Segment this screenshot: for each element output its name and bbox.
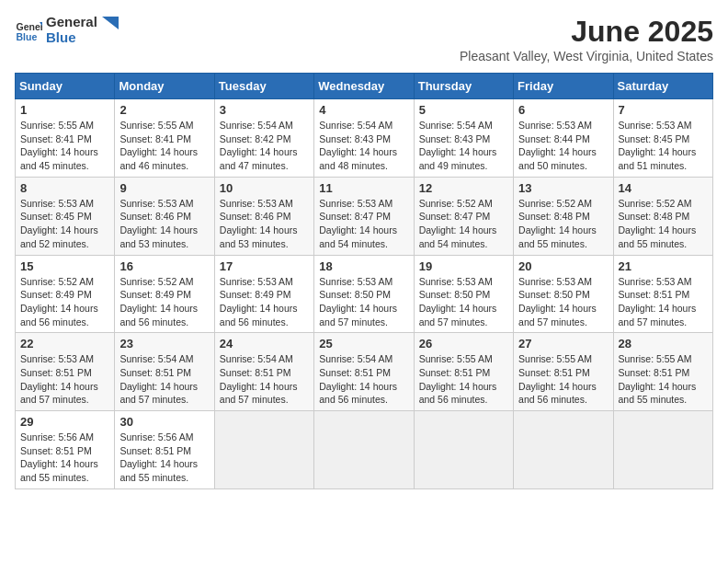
calendar-day-cell: 4Sunrise: 5:54 AMSunset: 8:43 PMDaylight…	[314, 99, 414, 178]
calendar-day-cell: 2Sunrise: 5:55 AMSunset: 8:41 PMDaylight…	[115, 99, 214, 178]
day-info: Sunrise: 5:54 AMSunset: 8:51 PMDaylight:…	[119, 352, 209, 407]
daylight-text-cont: and 56 minutes.	[419, 393, 508, 407]
sunrise-text: Sunrise: 5:55 AM	[419, 352, 508, 366]
day-info: Sunrise: 5:52 AMSunset: 8:48 PMDaylight:…	[518, 197, 608, 251]
calendar-header-row: SundayMondayTuesdayWednesdayThursdayFrid…	[16, 74, 713, 99]
calendar-day-cell: 28Sunrise: 5:55 AMSunset: 8:51 PMDayligh…	[613, 333, 712, 411]
sunset-text: Sunset: 8:47 PM	[419, 210, 508, 224]
daylight-text: Daylight: 14 hours	[319, 145, 408, 159]
daylight-text: Daylight: 14 hours	[419, 145, 508, 159]
sunrise-text: Sunrise: 5:55 AM	[619, 352, 708, 366]
day-info: Sunrise: 5:54 AMSunset: 8:51 PMDaylight:…	[319, 352, 408, 407]
sunset-text: Sunset: 8:51 PM	[20, 366, 109, 380]
calendar-week-row: 8Sunrise: 5:53 AMSunset: 8:45 PMDaylight…	[16, 177, 713, 255]
calendar-day-cell	[514, 411, 613, 489]
day-number: 10	[220, 181, 309, 195]
daylight-text: Daylight: 14 hours	[20, 145, 109, 159]
sunset-text: Sunset: 8:47 PM	[319, 210, 408, 224]
day-info: Sunrise: 5:55 AMSunset: 8:51 PMDaylight:…	[619, 352, 708, 407]
day-info: Sunrise: 5:53 AMSunset: 8:45 PMDaylight:…	[619, 119, 708, 173]
weekday-header: Saturday	[613, 74, 712, 99]
calendar-week-row: 22Sunrise: 5:53 AMSunset: 8:51 PMDayligh…	[16, 333, 713, 411]
sunrise-text: Sunrise: 5:54 AM	[220, 119, 309, 132]
weekday-header: Friday	[514, 74, 613, 99]
sunset-text: Sunset: 8:43 PM	[319, 132, 408, 146]
sunset-text: Sunset: 8:51 PM	[319, 366, 408, 380]
day-info: Sunrise: 5:53 AMSunset: 8:46 PMDaylight:…	[220, 197, 309, 251]
day-number: 9	[119, 181, 209, 195]
daylight-text-cont: and 57 minutes.	[119, 393, 209, 407]
day-info: Sunrise: 5:55 AMSunset: 8:51 PMDaylight:…	[518, 352, 608, 407]
daylight-text-cont: and 57 minutes.	[619, 316, 708, 329]
daylight-text-cont: and 55 minutes.	[20, 471, 109, 485]
calendar-day-cell: 9Sunrise: 5:53 AMSunset: 8:46 PMDaylight…	[115, 177, 214, 255]
day-number: 17	[220, 259, 309, 273]
day-info: Sunrise: 5:53 AMSunset: 8:51 PMDaylight:…	[20, 352, 109, 407]
day-number: 5	[419, 103, 508, 117]
day-info: Sunrise: 5:53 AMSunset: 8:46 PMDaylight:…	[119, 197, 209, 251]
sunrise-text: Sunrise: 5:53 AM	[20, 352, 109, 366]
sunset-text: Sunset: 8:45 PM	[619, 132, 708, 146]
daylight-text-cont: and 55 minutes.	[619, 237, 708, 251]
day-number: 15	[20, 259, 109, 273]
daylight-text-cont: and 55 minutes.	[619, 393, 708, 407]
daylight-text-cont: and 45 minutes.	[20, 159, 109, 173]
calendar-day-cell	[314, 411, 414, 489]
daylight-text-cont: and 56 minutes.	[20, 316, 109, 329]
day-info: Sunrise: 5:54 AMSunset: 8:51 PMDaylight:…	[220, 352, 309, 407]
calendar-day-cell: 18Sunrise: 5:53 AMSunset: 8:50 PMDayligh…	[314, 255, 414, 333]
sunrise-text: Sunrise: 5:55 AM	[20, 119, 109, 132]
day-number: 19	[419, 259, 508, 273]
day-number: 29	[20, 415, 109, 429]
daylight-text-cont: and 56 minutes.	[518, 393, 608, 407]
daylight-text-cont: and 57 minutes.	[518, 316, 608, 329]
day-number: 21	[619, 259, 708, 273]
daylight-text-cont: and 50 minutes.	[518, 159, 608, 173]
daylight-text-cont: and 57 minutes.	[419, 316, 508, 329]
calendar-day-cell: 21Sunrise: 5:53 AMSunset: 8:51 PMDayligh…	[613, 255, 712, 333]
daylight-text: Daylight: 14 hours	[518, 380, 608, 394]
calendar-week-row: 29Sunrise: 5:56 AMSunset: 8:51 PMDayligh…	[16, 411, 713, 489]
calendar-day-cell: 1Sunrise: 5:55 AMSunset: 8:41 PMDaylight…	[16, 99, 115, 178]
day-info: Sunrise: 5:52 AMSunset: 8:47 PMDaylight:…	[419, 197, 508, 251]
calendar-day-cell: 24Sunrise: 5:54 AMSunset: 8:51 PMDayligh…	[214, 333, 313, 411]
sunrise-text: Sunrise: 5:53 AM	[319, 197, 408, 211]
calendar-day-cell: 27Sunrise: 5:55 AMSunset: 8:51 PMDayligh…	[514, 333, 613, 411]
daylight-text: Daylight: 14 hours	[220, 302, 309, 316]
weekday-header: Sunday	[16, 74, 115, 99]
sunrise-text: Sunrise: 5:54 AM	[419, 119, 508, 132]
daylight-text: Daylight: 14 hours	[220, 380, 309, 394]
day-info: Sunrise: 5:52 AMSunset: 8:49 PMDaylight:…	[119, 275, 209, 329]
daylight-text-cont: and 57 minutes.	[220, 393, 309, 407]
logo-triangle-icon	[102, 17, 119, 29]
sunset-text: Sunset: 8:44 PM	[518, 132, 608, 146]
day-number: 14	[619, 181, 708, 195]
calendar-day-cell: 16Sunrise: 5:52 AMSunset: 8:49 PMDayligh…	[115, 255, 214, 333]
sunrise-text: Sunrise: 5:56 AM	[20, 431, 109, 444]
daylight-text-cont: and 51 minutes.	[619, 159, 708, 173]
sunrise-text: Sunrise: 5:54 AM	[119, 352, 209, 366]
sunrise-text: Sunrise: 5:53 AM	[319, 275, 408, 289]
sunrise-text: Sunrise: 5:53 AM	[119, 197, 209, 211]
calendar-day-cell: 26Sunrise: 5:55 AMSunset: 8:51 PMDayligh…	[414, 333, 513, 411]
page-header: General Blue General Blue June 2025 Plea…	[15, 15, 713, 63]
calendar-day-cell: 6Sunrise: 5:53 AMSunset: 8:44 PMDaylight…	[514, 99, 613, 178]
sunrise-text: Sunrise: 5:54 AM	[220, 352, 309, 366]
day-info: Sunrise: 5:52 AMSunset: 8:49 PMDaylight:…	[20, 275, 109, 329]
day-number: 3	[220, 103, 309, 117]
day-number: 18	[319, 259, 408, 273]
sunset-text: Sunset: 8:50 PM	[518, 288, 608, 302]
calendar-day-cell: 15Sunrise: 5:52 AMSunset: 8:49 PMDayligh…	[16, 255, 115, 333]
daylight-text-cont: and 57 minutes.	[319, 316, 408, 329]
calendar-day-cell: 10Sunrise: 5:53 AMSunset: 8:46 PMDayligh…	[214, 177, 313, 255]
day-number: 7	[619, 103, 708, 117]
sunrise-text: Sunrise: 5:53 AM	[518, 275, 608, 289]
day-info: Sunrise: 5:54 AMSunset: 8:43 PMDaylight:…	[319, 119, 408, 173]
sunset-text: Sunset: 8:41 PM	[20, 132, 109, 146]
daylight-text: Daylight: 14 hours	[119, 380, 209, 394]
sunrise-text: Sunrise: 5:53 AM	[419, 275, 508, 289]
sunrise-text: Sunrise: 5:52 AM	[419, 197, 508, 211]
daylight-text: Daylight: 14 hours	[20, 457, 109, 471]
day-number: 13	[518, 181, 608, 195]
main-title: June 2025	[460, 15, 713, 49]
